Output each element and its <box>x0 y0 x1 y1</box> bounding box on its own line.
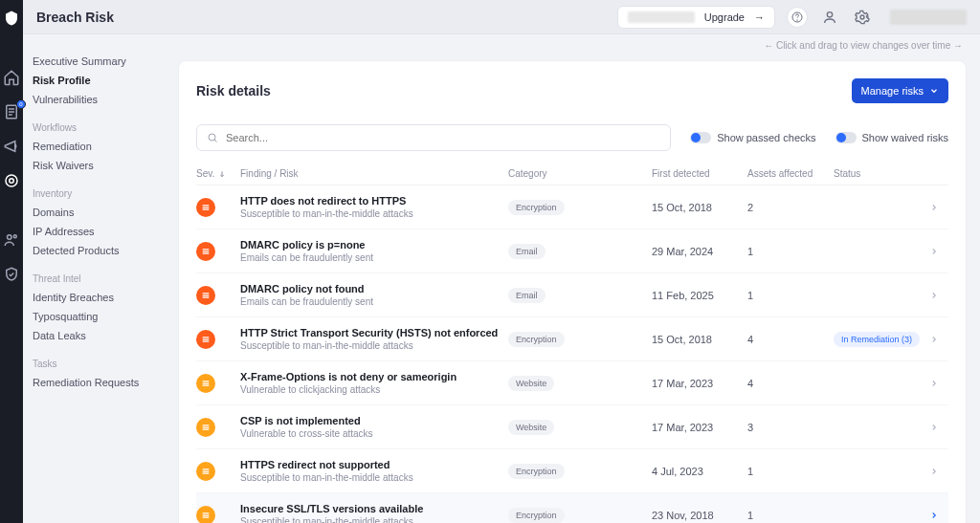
sort-down-icon <box>218 170 226 178</box>
col-severity[interactable]: Sev. <box>196 168 240 179</box>
nav-users-icon[interactable] <box>3 231 20 249</box>
finding-subtitle: Susceptible to man-in-the-middle attacks <box>240 472 508 483</box>
col-finding[interactable]: Finding / Risk <box>240 168 508 179</box>
chevron-right-icon <box>929 423 948 432</box>
app-logo-icon[interactable] <box>3 10 20 27</box>
assets-affected: 3 <box>747 422 834 433</box>
svg-point-2 <box>10 179 14 184</box>
sidebar-item-domains[interactable]: Domains <box>33 203 161 222</box>
chevron-right-icon <box>929 247 948 256</box>
sidebar-item-remediation[interactable]: Remediation <box>33 137 161 156</box>
sidebar: Executive Summary Risk Profile Vulnerabi… <box>23 34 165 523</box>
sidebar-head-threat-intel: Threat Intel <box>33 273 161 284</box>
drag-hint: ← Click and drag to view changes over ti… <box>178 34 967 60</box>
category-pill: Encryption <box>508 332 565 347</box>
table-row[interactable]: CSP is not implemented Vulnerable to cro… <box>196 405 948 449</box>
col-first-detected[interactable]: First detected <box>652 168 747 179</box>
sidebar-item-identity-breaches[interactable]: Identity Breaches <box>33 288 161 307</box>
risk-details-card: Risk details Manage risks <box>178 60 967 523</box>
sidebar-item-detected-products[interactable]: Detected Products <box>33 241 161 260</box>
table-header: Sev. Finding / Risk Category First detec… <box>196 163 948 185</box>
sidebar-head-inventory: Inventory <box>33 188 161 199</box>
search-icon <box>207 132 218 143</box>
severity-dot <box>196 418 215 437</box>
settings-icon[interactable] <box>852 7 873 28</box>
sidebar-head-tasks: Tasks <box>33 359 161 369</box>
card-title: Risk details <box>196 83 271 98</box>
panel-area: ← Click and drag to view changes over ti… <box>165 34 980 523</box>
nav-badge: 0 <box>16 99 26 109</box>
risks-table: Sev. Finding / Risk Category First detec… <box>196 163 948 523</box>
table-row[interactable]: HTTP does not redirect to HTTPS Suscepti… <box>196 185 948 229</box>
sidebar-item-risk-profile[interactable]: Risk Profile <box>33 71 161 90</box>
chevron-right-icon <box>929 203 948 212</box>
severity-dot <box>196 198 215 217</box>
table-row[interactable]: Insecure SSL/TLS versions available Susc… <box>196 493 948 523</box>
col-assets[interactable]: Assets affected <box>747 168 834 179</box>
user-icon[interactable] <box>819 7 840 28</box>
finding-subtitle: Vulnerable to cross-site attacks <box>240 428 508 439</box>
sidebar-item-data-leaks[interactable]: Data Leaks <box>33 326 161 345</box>
svg-point-8 <box>860 15 864 19</box>
sidebar-item-remediation-requests[interactable]: Remediation Requests <box>33 373 161 392</box>
nav-announce-icon[interactable] <box>3 138 20 155</box>
first-detected: 15 Oct, 2018 <box>652 334 747 345</box>
toggle-waived-risks[interactable]: Show waived risks <box>835 132 948 143</box>
sidebar-item-ip-addresses[interactable]: IP Addresses <box>33 222 161 241</box>
col-status[interactable]: Status <box>834 168 929 179</box>
severity-dot <box>196 286 215 305</box>
finding-title: CSP is not implemented <box>240 415 508 426</box>
first-detected: 23 Nov, 2018 <box>652 510 747 521</box>
finding-subtitle: Vulnerable to clickjacking attacks <box>240 384 508 395</box>
nav-reports-icon[interactable]: 0 <box>3 103 20 120</box>
category-pill: Email <box>508 288 546 303</box>
top-bar: Breach Risk Upgrade → <box>23 0 980 34</box>
manage-risks-button[interactable]: Manage risks <box>852 78 948 103</box>
upgrade-pill[interactable]: Upgrade → <box>617 6 775 29</box>
sidebar-item-executive-summary[interactable]: Executive Summary <box>33 52 161 71</box>
nav-target-icon[interactable] <box>3 172 20 189</box>
finding-title: HTTP does not redirect to HTTPS <box>240 195 508 207</box>
chevron-right-icon <box>929 379 948 388</box>
finding-title: HTTP Strict Transport Security (HSTS) no… <box>240 327 508 338</box>
svg-point-1 <box>6 175 17 186</box>
finding-title: DMARC policy is p=none <box>240 239 508 251</box>
sidebar-item-risk-waivers[interactable]: Risk Waivers <box>33 156 161 175</box>
page-title: Breach Risk <box>36 10 114 25</box>
finding-title: DMARC policy not found <box>240 283 508 294</box>
sidebar-head-workflows: Workflows <box>33 122 161 133</box>
table-row[interactable]: HTTP Strict Transport Security (HSTS) no… <box>196 317 948 361</box>
org-switcher-redacted[interactable] <box>890 10 967 25</box>
toggle-icon <box>835 132 857 143</box>
icon-rail: 0 <box>0 0 23 523</box>
toggle-passed-checks[interactable]: Show passed checks <box>690 132 815 143</box>
toggle-icon <box>690 132 711 143</box>
finding-title: X-Frame-Options is not deny or sameorigi… <box>240 371 508 382</box>
chevron-right-icon <box>929 511 948 520</box>
org-name-redacted <box>628 11 695 23</box>
nav-shield-check-icon[interactable] <box>3 266 20 283</box>
sidebar-item-vulnerabilities[interactable]: Vulnerabilities <box>33 90 161 109</box>
table-row[interactable]: HTTPS redirect not supported Susceptible… <box>196 449 948 493</box>
sidebar-item-typosquatting[interactable]: Typosquatting <box>33 307 161 326</box>
nav-home-icon[interactable] <box>3 69 20 86</box>
toggle-waived-label: Show waived risks <box>862 132 948 143</box>
assets-affected: 1 <box>747 510 834 521</box>
finding-title: HTTPS redirect not supported <box>240 459 508 470</box>
help-icon[interactable] <box>787 7 808 28</box>
first-detected: 29 Mar, 2024 <box>652 246 747 257</box>
svg-point-7 <box>827 11 832 16</box>
category-pill: Encryption <box>508 508 565 523</box>
table-row[interactable]: DMARC policy not found Emails can be fra… <box>196 273 948 317</box>
search-input-wrap[interactable] <box>196 124 671 151</box>
table-row[interactable]: DMARC policy is p=none Emails can be fra… <box>196 229 948 273</box>
search-input[interactable] <box>226 132 660 143</box>
assets-affected: 2 <box>747 202 834 213</box>
category-pill: Website <box>508 420 554 435</box>
table-row[interactable]: X-Frame-Options is not deny or sameorigi… <box>196 361 948 405</box>
svg-point-9 <box>209 134 215 141</box>
svg-point-6 <box>797 19 798 20</box>
col-category[interactable]: Category <box>508 168 652 179</box>
severity-dot <box>196 242 215 261</box>
chevron-right-icon <box>929 467 948 476</box>
